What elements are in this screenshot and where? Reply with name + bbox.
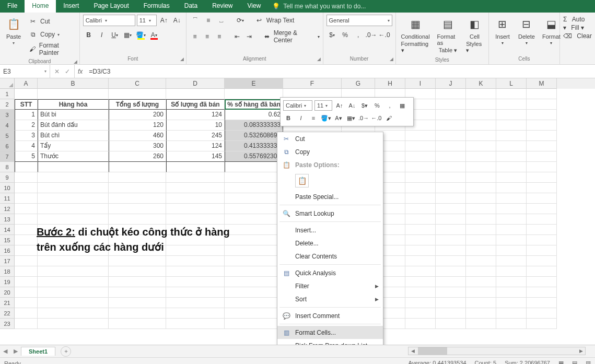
row-header-15[interactable]: 15 [0,235,15,245]
cell-C13[interactable] [109,214,166,225]
cell-J21[interactable] [436,298,466,308]
cell-L19[interactable] [496,277,527,287]
clear-button[interactable]: ⌫ Clear [563,32,592,40]
cell-J10[interactable] [436,183,466,193]
cell-E4[interactable]: 0.083333333 [225,120,283,131]
cell-M10[interactable] [527,183,557,193]
cell-A12[interactable] [15,204,38,214]
cell-B2[interactable]: Hàng hóa [38,99,109,110]
mini-decrease-font-icon[interactable]: A↓ [347,100,357,111]
cell-B8[interactable] [38,162,109,172]
cell-A23[interactable] [15,319,38,329]
cell-L18[interactable] [496,266,527,277]
mini-increase-font-icon[interactable]: A↑ [334,100,345,111]
increase-font-icon[interactable]: A↑ [158,15,170,26]
cell-B11[interactable] [38,193,109,204]
cell-A22[interactable] [15,308,38,319]
cell-M15[interactable] [527,235,557,245]
cell-I23[interactable] [405,319,436,329]
cell-J19[interactable] [436,277,466,287]
cell-I18[interactable] [405,266,436,277]
tab-view[interactable]: View [240,0,269,13]
cell-L4[interactable] [496,120,527,131]
cell-I20[interactable] [405,287,436,298]
align-left-icon[interactable]: ≡ [190,31,200,42]
cell-L3[interactable] [496,110,527,120]
ctx-smart-lookup[interactable]: 🔍Smart Lookup [277,207,383,220]
autosum-button[interactable]: Σ Auto [563,16,585,23]
sheet-tab-active[interactable]: Sheet1 [21,347,55,356]
row-header-11[interactable]: 11 [0,193,15,204]
cell-B6[interactable]: Tẩy [38,141,109,151]
bold-button[interactable]: B [83,29,95,41]
cell-L10[interactable] [496,183,527,193]
row-header-23[interactable]: 23 [0,319,15,329]
cell-C6[interactable]: 300 [109,141,166,151]
cell-M22[interactable] [527,308,557,319]
cell-C20[interactable] [109,287,166,298]
cell-E2[interactable]: % số hàng đã bán [225,99,283,110]
cell-I13[interactable] [405,214,436,225]
cell-I8[interactable] [405,162,436,172]
cell-M1[interactable] [527,89,557,99]
cell-L8[interactable] [496,162,527,172]
cell-I5[interactable] [405,131,436,141]
cell-E20[interactable] [225,287,283,298]
cell-I15[interactable] [405,235,436,245]
cell-J6[interactable] [436,141,466,151]
cell-L12[interactable] [496,204,527,214]
cell-E6[interactable]: 0.413333333 [225,141,283,151]
cell-L16[interactable] [496,245,527,256]
cell-J22[interactable] [436,308,466,319]
mini-italic-button[interactable]: I [296,113,306,123]
cell-E17[interactable] [225,256,283,266]
worksheet-grid[interactable]: ABCDEFGHIJKLM 12345678910111213141516171… [0,78,595,345]
cell-E1[interactable] [225,89,283,99]
cell-K4[interactable] [466,120,496,131]
row-headers[interactable]: 1234567891011121314151617181920212223 [0,89,15,329]
fx-icon[interactable]: fx [75,65,86,78]
cell-I17[interactable] [405,256,436,266]
cell-A20[interactable] [15,287,38,298]
mini-fill-color-icon[interactable]: 🪣▾ [321,113,331,123]
cell-K23[interactable] [466,319,496,329]
row-header-13[interactable]: 13 [0,214,15,225]
cell-D21[interactable] [166,298,225,308]
delete-cells-button[interactable]: ⊟Delete▾ [516,15,537,46]
cell-K19[interactable] [466,277,496,287]
cell-L20[interactable] [496,287,527,298]
col-header-K[interactable]: K [466,78,496,89]
name-box[interactable]: E3▾ [0,65,50,78]
cell-C17[interactable] [109,256,166,266]
view-page-break-icon[interactable]: ▥ [586,360,591,364]
col-header-A[interactable]: A [15,78,38,89]
ctx-paste-special[interactable]: Paste Special... [277,190,383,203]
cell-C18[interactable] [109,266,166,277]
cell-K8[interactable] [466,162,496,172]
row-header-1[interactable]: 1 [0,89,15,99]
alignment-launcher-icon[interactable]: ◢ [317,56,321,62]
cell-I9[interactable] [405,172,436,183]
mini-accounting-icon[interactable]: $▾ [359,100,370,111]
cell-B3[interactable]: Bút bi [38,110,109,120]
align-center-icon[interactable]: ≡ [202,31,212,42]
cell-J3[interactable] [436,110,466,120]
cell-D10[interactable] [166,183,225,193]
row-header-3[interactable]: 3 [0,110,15,120]
mini-font-select[interactable]: Calibri▾ [283,100,312,111]
cell-J20[interactable] [436,287,466,298]
cell-M23[interactable] [527,319,557,329]
cell-I10[interactable] [405,183,436,193]
mini-inc-decimal-icon[interactable]: .0→ [358,113,369,123]
cell-A10[interactable] [15,183,38,193]
cell-A18[interactable] [15,266,38,277]
cell-D11[interactable] [166,193,225,204]
conditional-formatting-button[interactable]: ▦ConditionalFormatting ▾ [399,15,432,55]
cell-K15[interactable] [466,235,496,245]
cell-L1[interactable] [496,89,527,99]
format-cells-ribbon-button[interactable]: ⬓Format▾ [540,15,563,46]
enter-formula-icon[interactable]: ✓ [65,68,70,75]
cell-C2[interactable]: Tổng số lượng [109,99,166,110]
cell-B13[interactable] [38,214,109,225]
wrap-text-button[interactable]: ↩Wrap Text [253,15,295,26]
